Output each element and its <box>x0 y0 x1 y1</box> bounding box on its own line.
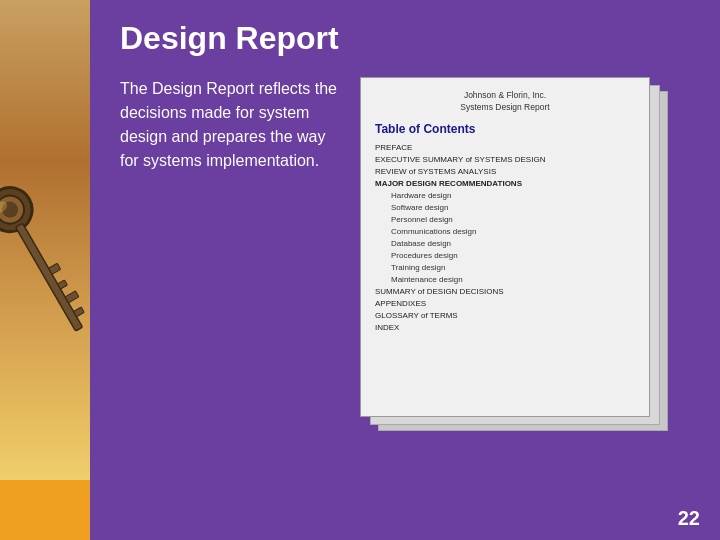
slide-title: Design Report <box>120 20 690 57</box>
toc-item: Database design <box>375 238 635 250</box>
slide-number: 22 <box>678 507 700 530</box>
doc-subtitle: Systems Design Report <box>460 102 549 112</box>
orange-bar <box>0 480 90 540</box>
toc-item: MAJOR DESIGN RECOMMENDATIONS <box>375 178 635 190</box>
description-text: The Design Report reflects the decisions… <box>120 77 340 173</box>
toc-title: Table of Contents <box>375 122 635 136</box>
document-stack: Johnson & Florin, Inc. Systems Design Re… <box>360 77 680 437</box>
key-icon <box>0 170 90 371</box>
doc-header: Johnson & Florin, Inc. Systems Design Re… <box>375 90 635 114</box>
toc-item: Hardware design <box>375 190 635 202</box>
toc-item: Training design <box>375 262 635 274</box>
toc-item: Communications design <box>375 226 635 238</box>
toc-item: Personnel design <box>375 214 635 226</box>
left-image-strip <box>0 0 90 540</box>
content-area: The Design Report reflects the decisions… <box>120 77 690 437</box>
svg-rect-3 <box>15 223 82 331</box>
toc-item: GLOSSARY of TERMS <box>375 310 635 322</box>
toc-item: REVIEW of SYSTEMS ANALYSIS <box>375 166 635 178</box>
toc-item: Software design <box>375 202 635 214</box>
toc-item: Maintenance design <box>375 274 635 286</box>
toc-item: PREFACE <box>375 142 635 154</box>
toc-item: INDEX <box>375 322 635 334</box>
main-content: Design Report The Design Report reflects… <box>90 0 720 540</box>
document-main-page: Johnson & Florin, Inc. Systems Design Re… <box>360 77 650 417</box>
doc-company: Johnson & Florin, Inc. <box>464 90 546 100</box>
toc-item: SUMMARY of DESIGN DECISIONS <box>375 286 635 298</box>
toc-list: PREFACEEXECUTIVE SUMMARY of SYSTEMS DESI… <box>375 142 635 334</box>
toc-item: Procedures design <box>375 250 635 262</box>
toc-item: APPENDIXES <box>375 298 635 310</box>
toc-item: EXECUTIVE SUMMARY of SYSTEMS DESIGN <box>375 154 635 166</box>
